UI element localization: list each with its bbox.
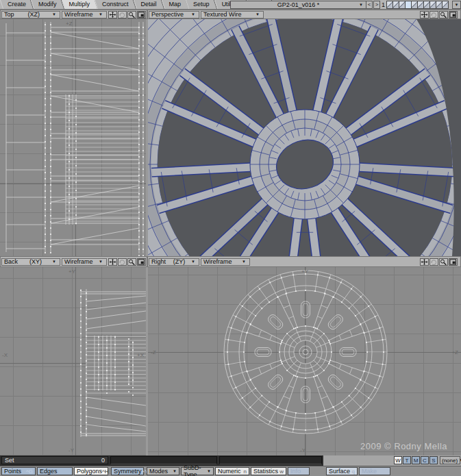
vmap-mode-button-s[interactable]: S: [429, 456, 438, 464]
render-mode-dropdown-right[interactable]: Wireframe ▼: [201, 258, 250, 266]
menu-tab-setup[interactable]: Setup: [187, 0, 216, 9]
right-view-wireframe: [148, 267, 461, 455]
menu-tab-label: Map: [169, 1, 182, 8]
modes-button[interactable]: Modes▼: [147, 467, 179, 475]
viewport-back[interactable]: +Y -X +X -Y: [0, 267, 146, 455]
rotate-icon: [119, 12, 126, 18]
copyright-watermark: 2009 © Rodny Mella: [360, 441, 447, 451]
button-label: Numeric: [218, 468, 241, 475]
viewport-perspective[interactable]: [148, 19, 461, 256]
view-type-label: Back: [4, 258, 18, 265]
menu-tab-detail[interactable]: Detail: [135, 0, 163, 9]
view-type-dropdown-right[interactable]: Right (ZY) ▼: [149, 258, 199, 266]
zoom-icon: [128, 12, 136, 18]
pan-icon[interactable]: [108, 11, 117, 18]
layer-options-dropdown[interactable]: ▼: [452, 1, 461, 9]
surface-button[interactable]: Surfaceq: [326, 467, 358, 475]
viewport-controls: [420, 258, 458, 266]
pan-icon[interactable]: [420, 258, 429, 266]
prev-layer-bank-button[interactable]: <: [366, 1, 373, 9]
menu-tab-construct[interactable]: Construct: [96, 0, 135, 9]
menu-tab-create[interactable]: Create: [1, 0, 32, 9]
object-selector-dropdown[interactable]: GP2-01_v016 * ▼: [230, 1, 366, 9]
render-mode-dropdown-back[interactable]: Wireframe ▼: [62, 258, 107, 266]
back-view-wireframe: [0, 267, 146, 455]
layer-selector: [387, 1, 449, 9]
zoom-icon[interactable]: [439, 258, 448, 266]
menu-tab-label: Construct: [102, 1, 129, 8]
vmap-mode-button-w[interactable]: W: [394, 456, 402, 464]
next-layer-bank-button[interactable]: >: [373, 1, 380, 9]
vmap-mode-button-m[interactable]: M: [412, 456, 420, 464]
button-label: Info: [290, 468, 301, 475]
rotate-icon[interactable]: [118, 258, 127, 266]
pan-icon: [109, 259, 116, 265]
zoom-icon: [440, 259, 447, 265]
maximize-icon[interactable]: [137, 11, 146, 18]
statistics-button[interactable]: Statisticsw: [251, 467, 286, 475]
perspective-wireframe: [148, 19, 461, 256]
subd-type-button[interactable]: SubD-Type▼: [181, 467, 214, 475]
viewport-controls: [108, 258, 146, 266]
zoom-icon: [440, 12, 447, 18]
button-label: Points: [4, 468, 21, 475]
pan-icon[interactable]: [420, 11, 429, 18]
maximize-icon: [449, 12, 457, 18]
axis-label-minus-z: -Z: [151, 349, 156, 355]
layer-box-10[interactable]: [442, 1, 449, 9]
rotate-icon[interactable]: [429, 258, 438, 266]
rotate-icon[interactable]: [429, 11, 438, 18]
rotate-icon[interactable]: [118, 11, 127, 18]
shortcut-label: ^G: [26, 468, 33, 475]
view-type-dropdown-top[interactable]: Top (XZ) ▼: [1, 11, 60, 18]
zoom-icon[interactable]: [127, 258, 136, 266]
set-value: 0: [101, 457, 105, 464]
menu-tab-multiply[interactable]: Multiply: [63, 0, 97, 9]
maximize-icon[interactable]: [137, 258, 146, 266]
vertex-map-mode-buttons: WTMCS: [394, 456, 438, 464]
view-type-dropdown-back[interactable]: Back (XY) ▼: [1, 258, 60, 266]
status-input-field[interactable]: [110, 456, 217, 464]
viewport-top[interactable]: +Z: [0, 19, 146, 256]
viewport-right[interactable]: +Y -Z +Z -Y 2009 © Rodny Mella: [148, 267, 461, 455]
view-axis-label: (ZY): [171, 258, 186, 265]
shortcut-label: q: [352, 468, 355, 475]
set-field[interactable]: Set 0: [1, 456, 108, 464]
layer-bank-number: 1: [382, 1, 385, 8]
chevron-down-icon: ▼: [51, 12, 58, 16]
chevron-down-icon: ▼: [453, 3, 460, 7]
axis-label-plus-x: +X: [137, 352, 144, 358]
maximize-icon[interactable]: [449, 258, 458, 266]
symmetry-button[interactable]: Symmetry+Y: [111, 467, 144, 475]
chevron-down-icon: ▼: [240, 260, 247, 264]
status-input-field[interactable]: [219, 456, 322, 464]
vertex-map-selector[interactable]: (none) ▼: [440, 456, 460, 464]
pan-icon[interactable]: [108, 258, 117, 266]
vmap-mode-button-t[interactable]: T: [403, 456, 411, 464]
menu-tab-label: Multiply: [69, 1, 90, 8]
shortcut-label: w: [279, 468, 284, 475]
main-menu-bar: CreateModifyMultiplyConstructDetailMapSe…: [0, 0, 461, 10]
viewport-header-right: Right (ZY) ▼ Wireframe ▼: [147, 256, 461, 267]
numeric-button[interactable]: Numericn: [215, 467, 249, 475]
zoom-icon[interactable]: [439, 11, 448, 18]
render-mode-dropdown-perspective[interactable]: Textured Wire ▼: [201, 11, 264, 18]
view-type-dropdown-perspective[interactable]: Perspective ▼: [149, 11, 199, 18]
info-button: Info: [288, 467, 310, 475]
maximize-icon: [449, 259, 457, 265]
vmap-mode-button-c[interactable]: C: [421, 456, 429, 464]
menu-tab-modify[interactable]: Modify: [32, 0, 63, 9]
render-mode-dropdown-top[interactable]: Wireframe ▼: [62, 11, 107, 18]
chevron-down-icon: ▼: [207, 469, 211, 473]
polygons-button[interactable]: Polygons^H: [74, 467, 108, 475]
zoom-icon: [128, 259, 136, 265]
axis-label-minus-x: -X: [2, 352, 8, 358]
menu-tab-map[interactable]: Map: [163, 0, 188, 9]
points-button[interactable]: Points^G: [1, 467, 36, 475]
rotate-icon: [119, 259, 126, 265]
maximize-icon: [138, 259, 145, 265]
edges-button[interactable]: Edges: [37, 467, 73, 475]
zoom-icon[interactable]: [127, 11, 136, 18]
viewport-controls: [420, 11, 458, 18]
maximize-icon[interactable]: [449, 11, 458, 18]
